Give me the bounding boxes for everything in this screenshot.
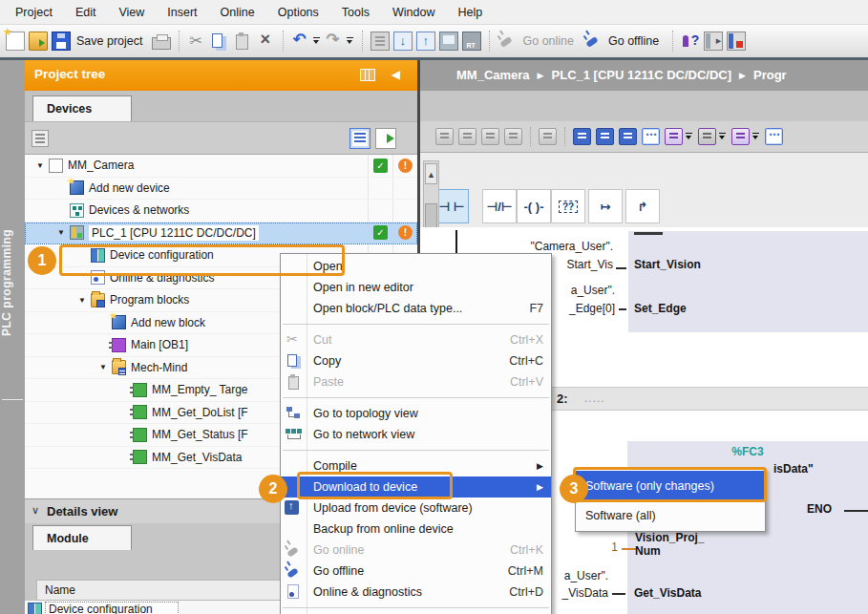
redo-button-dropdown[interactable]: [346, 34, 354, 48]
submenu-item-software-all[interactable]: Software (all): [576, 500, 765, 530]
print-icon[interactable]: [152, 37, 171, 50]
accessible-devices-icon[interactable]: [439, 32, 458, 51]
undo-button-dropdown[interactable]: [312, 34, 321, 48]
menu-item-go-to-network-view[interactable]: Go to network view: [281, 424, 551, 445]
submenu-item-software-only-changes[interactable]: Software (only changes): [576, 471, 765, 500]
expander-icon[interactable]: ▼: [36, 161, 49, 170]
nc-contact-button[interactable]: ⊣/⊢: [482, 189, 517, 223]
load-start-values-icon[interactable]: [731, 128, 750, 145]
open-project-icon[interactable]: [29, 32, 48, 51]
open-branch-button[interactable]: ↦: [588, 189, 623, 223]
breadcrumb-item-progr[interactable]: Progr: [753, 68, 787, 82]
menu-item-open[interactable]: Open: [281, 256, 551, 277]
network-comments-icon[interactable]: [642, 128, 660, 145]
auto-collapse-icon[interactable]: [360, 69, 375, 81]
collapse-panel-icon[interactable]: ◀: [392, 68, 400, 81]
menu-item-upload-from-device-software[interactable]: Upload from device (software): [281, 498, 551, 519]
new-project-icon[interactable]: [6, 32, 25, 51]
function-block-1[interactable]: [628, 231, 868, 332]
block-param[interactable]: Get_VisData: [634, 586, 701, 600]
go-offline-button[interactable]: [583, 32, 603, 51]
absolute-operands-icon[interactable]: [573, 128, 591, 145]
tab-devices[interactable]: Devices: [32, 95, 132, 121]
details-list-item[interactable]: Device configuration: [45, 602, 179, 614]
menu-insert[interactable]: Insert: [156, 6, 208, 19]
menu-online[interactable]: Online: [209, 6, 266, 19]
insert-network-icon[interactable]: [435, 128, 454, 145]
expander-icon[interactable]: ▼: [99, 363, 112, 371]
menu-item-backup-from-online-device[interactable]: Backup from online device: [281, 519, 551, 540]
menu-window[interactable]: Window: [381, 6, 446, 19]
download-db-values-icon[interactable]: [665, 128, 683, 145]
menu-project[interactable]: Project: [4, 6, 64, 19]
menu-item-open-block-plc-data-type[interactable]: Open block/PLC data type...F7: [281, 298, 551, 319]
close-branch-button[interactable]: ↱: [625, 189, 660, 223]
scroll-up-button[interactable]: ▲: [425, 163, 437, 184]
insert-row-icon[interactable]: [481, 128, 499, 145]
add-parameter-icon[interactable]: [504, 128, 522, 145]
menu-item-download-to-device[interactable]: Download to device▶: [281, 476, 551, 498]
expand-networks-icon[interactable]: [596, 128, 614, 145]
menu-item-online-diagnostics[interactable]: Online & diagnosticsCtrl+D: [281, 582, 551, 603]
download-db-values-icon-dropdown[interactable]: [686, 131, 693, 142]
menu-item-go-offline[interactable]: Go offlineCtrl+M: [281, 561, 551, 582]
save-project-button[interactable]: [52, 32, 71, 51]
save-project-button-label[interactable]: Save project: [76, 34, 142, 48]
download-to-device-icon[interactable]: [393, 32, 413, 51]
task-card-icon[interactable]: [727, 32, 746, 51]
detail-columns-icon[interactable]: [349, 128, 370, 149]
redo-button[interactable]: [325, 32, 344, 51]
expander-icon[interactable]: ▼: [57, 228, 70, 237]
block-param[interactable]: Num: [635, 544, 661, 558]
download-selection-icon[interactable]: [370, 32, 390, 51]
menu-item-cut[interactable]: CutCtrl+X: [281, 329, 551, 350]
go-online-button[interactable]: [498, 32, 517, 51]
window-layout-icon[interactable]: [704, 32, 723, 51]
block-param[interactable]: Start_Vision: [634, 258, 701, 271]
menu-help[interactable]: Help: [446, 6, 494, 19]
input-value[interactable]: 1: [573, 540, 618, 554]
empty-box-button[interactable]: ??: [551, 189, 585, 223]
operand-text[interactable]: "Camera_User".: [497, 240, 613, 253]
reset-start-values-icon[interactable]: [539, 128, 557, 145]
block-param[interactable]: Vision_Proj_: [635, 531, 704, 544]
block-param[interactable]: Set_Edge: [634, 302, 687, 315]
breadcrumb-item-plc-1-cpu-1211c-dc-dc-dc[interactable]: PLC_1 [CPU 1211C DC/DC/DC]: [552, 68, 732, 82]
cut-icon[interactable]: [187, 32, 206, 51]
go-online-button-label[interactable]: Go online: [522, 34, 574, 48]
tree-row-mm-camera[interactable]: ▼MM_Camera✓!: [25, 155, 417, 178]
open-element-icon[interactable]: [375, 128, 396, 149]
start-runtime-icon[interactable]: [462, 32, 481, 51]
undo-button[interactable]: [291, 32, 310, 51]
delete-network-icon[interactable]: [458, 128, 476, 145]
menu-item-compile[interactable]: Compile▶: [281, 455, 551, 476]
collapse-networks-icon[interactable]: [619, 128, 637, 145]
menu-item-copy[interactable]: CopyCtrl+C: [281, 350, 551, 371]
block-interface-icon[interactable]: [765, 128, 783, 145]
menu-tools[interactable]: Tools: [330, 6, 381, 19]
menu-edit[interactable]: Edit: [64, 6, 108, 19]
tab-module[interactable]: Module: [32, 525, 132, 550]
paste-icon[interactable]: [233, 32, 252, 51]
tree-row-add-new-device[interactable]: Add new device: [25, 178, 417, 201]
load-start-values-icon-dropdown[interactable]: [752, 131, 760, 142]
tree-row-plc-1-cpu-1211c-dc-dc-dc[interactable]: ▼PLC_1 [CPU 1211C DC/DC/DC]✓!: [25, 222, 417, 245]
tree-row-devices-networks[interactable]: Devices & networks: [25, 200, 417, 222]
upload-from-device-icon[interactable]: [416, 32, 435, 51]
menu-item-go-to-topology-view[interactable]: Go to topology view: [281, 403, 551, 424]
snapshot-values-icon-dropdown[interactable]: [719, 131, 727, 142]
expander-icon[interactable]: ▼: [78, 296, 91, 305]
coil-button[interactable]: -( )-: [517, 189, 551, 223]
go-offline-button-label[interactable]: Go offline: [608, 34, 659, 48]
no-contact-button[interactable]: ⊣ ⊢: [434, 189, 469, 223]
menu-options[interactable]: Options: [266, 6, 330, 19]
menu-view[interactable]: View: [107, 6, 156, 19]
delete-icon[interactable]: [256, 32, 275, 51]
snapshot-values-icon[interactable]: [698, 128, 716, 145]
sort-filter-icon[interactable]: [32, 130, 49, 147]
menu-item-go-online[interactable]: Go onlineCtrl+K: [281, 540, 551, 561]
menu-item-open-in-new-editor[interactable]: Open in new editor: [281, 277, 551, 298]
name-column-header[interactable]: Name: [36, 580, 311, 601]
accessibility-help-icon[interactable]: [681, 32, 700, 51]
menu-item-paste[interactable]: PasteCtrl+V: [281, 371, 551, 392]
